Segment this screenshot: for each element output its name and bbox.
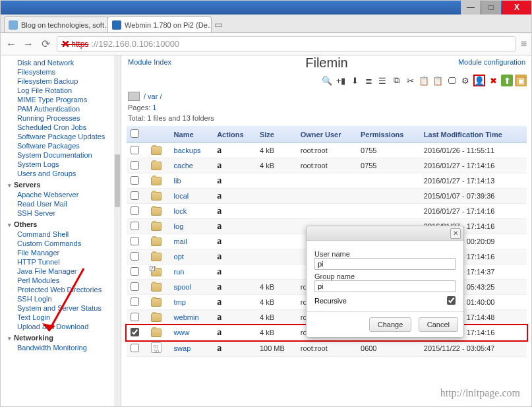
table-row[interactable]: locka2016/01/27 - 17:14:16 xyxy=(127,204,527,219)
paste-clipboard-icon[interactable]: 📋 xyxy=(418,75,430,86)
table-row[interactable]: 0110swapa100 MBroot:root06002015/11/22 -… xyxy=(127,340,527,357)
file-name[interactable]: tmp xyxy=(170,295,214,310)
gear-icon[interactable]: ⚙ xyxy=(459,75,471,86)
dialog-titlebar[interactable]: ✕ xyxy=(307,226,463,241)
file-name[interactable]: lock xyxy=(170,204,214,219)
sidebar-item-pam-authentication[interactable]: PAM Authentication xyxy=(4,104,121,113)
module-config-link[interactable]: Module configuration xyxy=(458,58,525,66)
row-checkbox[interactable] xyxy=(131,344,139,352)
file-name[interactable]: lib xyxy=(170,173,214,189)
table-row[interactable]: liba2016/01/27 - 17:14:13 xyxy=(127,173,527,189)
upload-icon[interactable]: ⬆ xyxy=(501,75,513,86)
sidebar-heading[interactable]: Others xyxy=(4,218,121,230)
table-row[interactable]: backupsa4 kBroot:root07552016/01/26 - 11… xyxy=(127,143,527,158)
window-minimize-button[interactable]: — xyxy=(461,0,481,15)
cancel-button[interactable]: Cancel xyxy=(419,317,458,332)
download-icon[interactable]: ⬇ xyxy=(349,75,361,86)
sidebar-item-software-packages[interactable]: Software Packages xyxy=(4,141,121,150)
chown-icon[interactable]: 👤 xyxy=(473,75,485,86)
sidebar-item-system-documentation[interactable]: System Documentation xyxy=(4,150,121,160)
row-checkbox[interactable] xyxy=(131,282,139,291)
sidebar-item-ssh-login[interactable]: SSH Login xyxy=(4,294,121,303)
actions-button[interactable]: a xyxy=(217,160,222,170)
file-name[interactable]: log xyxy=(170,219,214,234)
sidebar-item-apache-webserver[interactable]: Apache Webserver xyxy=(4,190,121,199)
tab-webmin[interactable]: Webmin 1.780 on Pi2 (De… × xyxy=(107,16,212,32)
browser-menu-button[interactable]: ≡ xyxy=(521,38,527,50)
delete-icon[interactable]: ✖ xyxy=(487,75,499,86)
file-name[interactable]: www xyxy=(170,325,214,340)
sidebar-item-java-file-manager[interactable]: Java File Manager xyxy=(4,266,121,276)
package-icon[interactable]: ▣ xyxy=(515,75,527,86)
sidebar-item-users-and-groups[interactable]: Users and Groups xyxy=(4,169,121,178)
cut-icon[interactable]: ✂ xyxy=(404,75,416,86)
sidebar-item-disk-and-network[interactable]: Disk and Network xyxy=(4,58,121,67)
row-checkbox[interactable] xyxy=(131,267,139,276)
module-index-link[interactable]: Module Index xyxy=(128,58,171,66)
table-row[interactable]: cachea4 kBroot:root07552016/01/27 - 17:1… xyxy=(127,158,527,173)
sidebar-scrollbar[interactable] xyxy=(114,55,121,407)
new-tab-button[interactable]: ▭ xyxy=(211,19,225,32)
sidebar-item-custom-commands[interactable]: Custom Commands xyxy=(4,239,121,248)
actions-button[interactable]: a xyxy=(217,297,222,307)
row-checkbox[interactable] xyxy=(131,161,139,170)
row-checkbox[interactable] xyxy=(131,252,139,261)
page-number[interactable]: 1 xyxy=(152,104,156,111)
search-icon[interactable]: 🔍 xyxy=(321,75,333,86)
tab-blog[interactable]: Blog on technologies, soft… × xyxy=(4,16,108,32)
path-link[interactable]: / var / xyxy=(144,92,162,100)
file-name[interactable]: opt xyxy=(170,249,214,265)
file-name[interactable]: spool xyxy=(170,280,214,295)
sidebar-item-upload-and-download[interactable]: Upload and Download xyxy=(4,322,121,331)
sidebar-item-software-package-updates[interactable]: Software Package Updates xyxy=(4,132,121,141)
bookmark-add-icon[interactable]: +▮ xyxy=(335,75,347,86)
sidebar-item-filesystem-backup[interactable]: Filesystem Backup xyxy=(4,77,121,86)
paste2-icon[interactable]: 📋 xyxy=(432,75,444,86)
file-name[interactable]: local xyxy=(170,189,214,204)
table-row[interactable]: locala2015/01/07 - 07:39:36 xyxy=(127,189,527,204)
sidebar-item-text-login[interactable]: Text Login xyxy=(4,313,121,322)
sidebar-item-command-shell[interactable]: Command Shell xyxy=(4,230,121,239)
actions-button[interactable]: a xyxy=(217,221,222,231)
url-input[interactable]: 🗙 https ://192.168.0.106:10000 xyxy=(57,36,516,52)
sidebar-heading[interactable]: Servers xyxy=(4,178,121,190)
col-name[interactable]: Name xyxy=(170,126,214,143)
actions-button[interactable]: a xyxy=(217,175,222,185)
actions-button[interactable]: a xyxy=(217,327,222,337)
row-checkbox[interactable] xyxy=(131,206,139,215)
actions-button[interactable]: a xyxy=(217,343,222,353)
file-name[interactable]: mail xyxy=(170,234,214,249)
col-check[interactable] xyxy=(127,126,147,143)
sidebar-item-ssh-server[interactable]: SSH Server xyxy=(4,208,121,218)
actions-button[interactable]: a xyxy=(217,236,222,246)
menu-lines-icon[interactable]: ☰ xyxy=(376,75,388,86)
file-name[interactable]: backups xyxy=(170,143,214,158)
reload-button[interactable]: ⟳ xyxy=(40,38,51,50)
sidebar-item-system-logs[interactable]: System Logs xyxy=(4,160,121,169)
actions-button[interactable]: a xyxy=(217,266,222,276)
col-mtime[interactable]: Last Modification Time xyxy=(420,126,527,143)
sidebar-item-filesystems[interactable]: Filesystems xyxy=(4,67,121,77)
actions-button[interactable]: a xyxy=(217,206,222,216)
actions-button[interactable]: a xyxy=(217,251,222,261)
change-button[interactable]: Change xyxy=(369,317,412,332)
row-checkbox[interactable] xyxy=(131,237,139,245)
sidebar-item-running-processes[interactable]: Running Processes xyxy=(4,113,121,123)
actions-button[interactable]: a xyxy=(217,191,222,201)
sidebar-item-read-user-mail[interactable]: Read User Mail xyxy=(4,199,121,208)
sidebar-item-protected-web-directories[interactable]: Protected Web Directories xyxy=(4,285,121,294)
sidebar-item-scheduled-cron-jobs[interactable]: Scheduled Cron Jobs xyxy=(4,123,121,132)
forward-button[interactable]: → xyxy=(22,38,34,50)
row-checkbox[interactable] xyxy=(131,176,139,185)
col-owner[interactable]: Owner User xyxy=(297,126,357,143)
sidebar-item-perl-modules[interactable]: Perl Modules xyxy=(4,276,121,285)
sidebar-item-system-and-server-status[interactable]: System and Server Status xyxy=(4,303,121,313)
dialog-close-icon[interactable]: ✕ xyxy=(450,228,461,239)
col-perm[interactable]: Permissions xyxy=(357,126,420,143)
row-checkbox[interactable] xyxy=(131,222,139,230)
sidebar-item-log-file-rotation[interactable]: Log File Rotation xyxy=(4,86,121,95)
file-name[interactable]: cache xyxy=(170,158,214,173)
col-size[interactable]: Size xyxy=(256,126,297,143)
sidebar-heading[interactable]: Networking xyxy=(4,331,121,343)
col-actions[interactable]: Actions xyxy=(213,126,256,143)
